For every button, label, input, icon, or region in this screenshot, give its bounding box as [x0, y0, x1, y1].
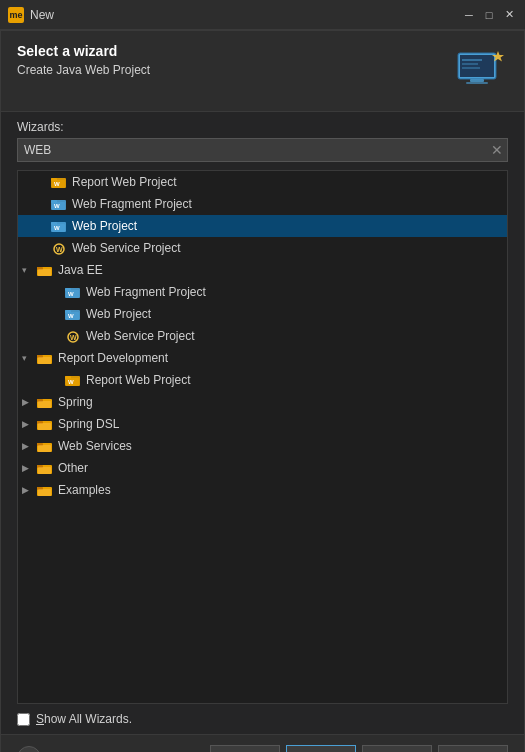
item-icon: W	[64, 307, 82, 321]
expand-icon: ▶	[22, 441, 36, 451]
tree-item-label: Java EE	[58, 263, 103, 277]
svg-text:W: W	[68, 291, 74, 297]
tree-item-web-fragment-project[interactable]: W Web Fragment Project	[18, 193, 507, 215]
maximize-button[interactable]: □	[481, 7, 497, 23]
tree-item-label: Web Fragment Project	[72, 197, 192, 211]
folder-icon	[36, 263, 54, 277]
folder-icon	[36, 395, 54, 409]
svg-text:W: W	[68, 313, 74, 319]
tree-item-label: Web Project	[86, 307, 151, 321]
wizard-tree[interactable]: W Report Web Project W Web Fragment Proj…	[17, 170, 508, 704]
svg-rect-53	[38, 467, 51, 474]
tree-item-rd-report-web[interactable]: W Report Web Project	[18, 369, 507, 391]
show-all-row: Show All Wizards.	[1, 704, 524, 734]
tree-item-jee-web-service[interactable]: W Web Service Project	[18, 325, 507, 347]
item-icon: W	[50, 241, 68, 255]
tree-item-label: Other	[58, 461, 88, 475]
back-button[interactable]: < Back	[210, 745, 280, 752]
tree-item-spring-dsl[interactable]: ▶ Spring DSL	[18, 413, 507, 435]
folder-icon	[36, 351, 54, 365]
finish-button[interactable]: Finish	[362, 745, 432, 752]
show-all-checkbox[interactable]	[17, 713, 30, 726]
svg-rect-6	[466, 82, 488, 84]
tree-item-jee-web-fragment[interactable]: W Web Fragment Project	[18, 281, 507, 303]
expand-icon: ▶	[22, 485, 36, 495]
expand-icon: ▶	[22, 397, 36, 407]
search-clear-button[interactable]: ✕	[487, 140, 507, 160]
expand-icon: ▶	[22, 419, 36, 429]
new-wizard-dialog: Select a wizard Create Java Web Project …	[0, 30, 525, 752]
svg-rect-5	[470, 79, 484, 82]
svg-text:W: W	[54, 203, 60, 209]
header-text: Select a wizard Create Java Web Project	[17, 43, 452, 77]
folder-icon	[36, 417, 54, 431]
item-icon: W	[50, 197, 68, 211]
svg-text:W: W	[70, 334, 77, 341]
tree-item-label: Examples	[58, 483, 111, 497]
wizard-icon	[452, 43, 508, 99]
close-button[interactable]: ✕	[501, 7, 517, 23]
svg-rect-56	[38, 489, 51, 496]
tree-item-label: Web Services	[58, 439, 132, 453]
tree-item-label: Report Development	[58, 351, 168, 365]
search-bar: ✕	[17, 138, 508, 162]
tree-item-web-services[interactable]: ▶ Web Services	[18, 435, 507, 457]
window-title: New	[30, 8, 461, 22]
tree-item-other[interactable]: ▶ Other	[18, 457, 507, 479]
item-icon: W	[64, 329, 82, 343]
item-icon: W	[50, 219, 68, 233]
window-controls: ─ □ ✕	[461, 7, 517, 23]
expand-icon: ▾	[22, 265, 36, 275]
tree-item-label: Spring DSL	[58, 417, 119, 431]
tree-item-label: Report Web Project	[86, 373, 191, 387]
tree-item-web-service-project[interactable]: W Web Service Project	[18, 237, 507, 259]
dialog-subtitle: Create Java Web Project	[17, 63, 452, 77]
tree-item-java-ee[interactable]: ▾ Java EE	[18, 259, 507, 281]
svg-rect-50	[38, 445, 51, 452]
svg-rect-37	[38, 357, 51, 364]
item-icon: W	[50, 175, 68, 189]
folder-icon	[36, 439, 54, 453]
svg-rect-24	[38, 269, 51, 276]
dialog-header: Select a wizard Create Java Web Project	[1, 31, 524, 112]
svg-rect-47	[38, 423, 51, 430]
tree-item-label: Web Fragment Project	[86, 285, 206, 299]
tree-item-label: Spring	[58, 395, 93, 409]
svg-rect-44	[38, 401, 51, 408]
tree-item-spring[interactable]: ▶ Spring	[18, 391, 507, 413]
tree-item-label: Web Project	[72, 219, 137, 233]
tree-item-web-project[interactable]: W Web Project	[18, 215, 507, 237]
show-all-label: Show All Wizards.	[36, 712, 132, 726]
tree-item-label: Report Web Project	[72, 175, 177, 189]
svg-text:W: W	[54, 181, 60, 187]
tree-item-jee-web-project[interactable]: W Web Project	[18, 303, 507, 325]
svg-text:W: W	[56, 246, 63, 253]
svg-text:W: W	[54, 225, 60, 231]
tree-item-report-dev[interactable]: ▾ Report Development	[18, 347, 507, 369]
help-button[interactable]: ?	[17, 746, 41, 752]
tree-item-examples[interactable]: ▶ Examples	[18, 479, 507, 501]
next-button[interactable]: Next >	[286, 745, 356, 752]
dialog-title: Select a wizard	[17, 43, 452, 59]
app-icon: me	[8, 7, 24, 23]
folder-icon	[36, 483, 54, 497]
item-icon: W	[64, 285, 82, 299]
svg-rect-1	[460, 55, 494, 77]
folder-icon	[36, 461, 54, 475]
button-bar: ? < Back Next > Finish Cancel	[1, 735, 524, 752]
expand-icon: ▾	[22, 353, 36, 363]
wizards-label: Wizards:	[1, 112, 524, 138]
tree-item-label: Web Service Project	[72, 241, 181, 255]
item-icon: W	[64, 373, 82, 387]
cancel-button[interactable]: Cancel	[438, 745, 508, 752]
tree-item-report-web-project[interactable]: W Report Web Project	[18, 171, 507, 193]
tree-item-label: Web Service Project	[86, 329, 195, 343]
title-bar: me New ─ □ ✕	[0, 0, 525, 30]
svg-text:W: W	[68, 379, 74, 385]
search-input[interactable]	[18, 143, 487, 157]
expand-icon: ▶	[22, 463, 36, 473]
minimize-button[interactable]: ─	[461, 7, 477, 23]
